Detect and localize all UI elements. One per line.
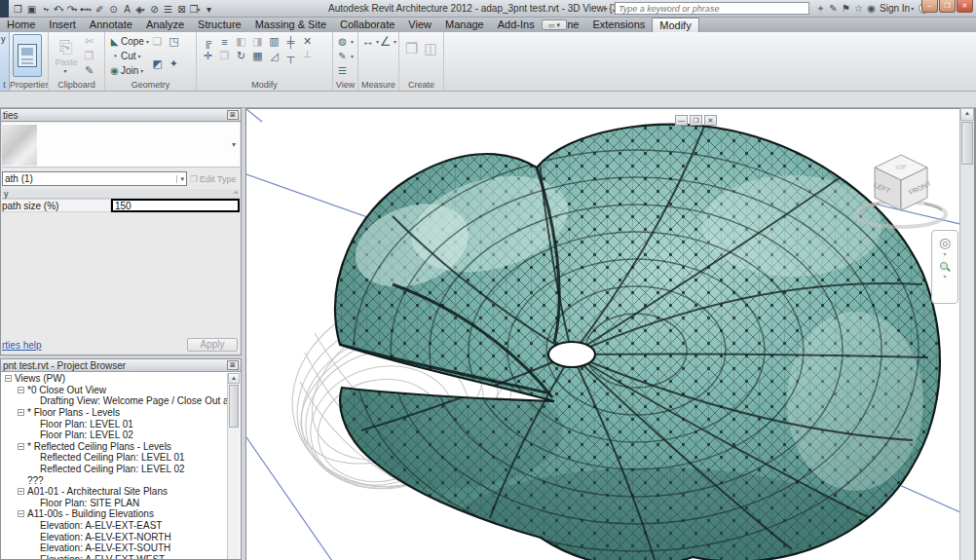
- group-collapse-icon[interactable]: ^: [234, 189, 238, 198]
- tree-item[interactable]: − * Floor Plans - Levels: [2, 407, 227, 419]
- unpin-icon[interactable]: ┴: [299, 49, 316, 63]
- tree-expander-icon[interactable]: −: [5, 375, 12, 382]
- array-icon[interactable]: ▦: [249, 49, 266, 63]
- switch-windows-button[interactable]: ❐▾: [189, 2, 202, 17]
- project-browser-titlebar[interactable]: pnt test.rvt - Project Browser ⊠: [1, 359, 241, 372]
- delete-icon[interactable]: ✕: [299, 34, 316, 49]
- tree-expander-icon[interactable]: −: [18, 443, 24, 450]
- ribbon-tab[interactable]: Add-Ins: [491, 18, 542, 32]
- scroll-up-icon[interactable]: ▲: [228, 373, 240, 384]
- split-element-icon[interactable]: ▥: [266, 34, 282, 49]
- tree-item[interactable]: Elevation: A-ELV-EXT-SOUTH: [2, 542, 227, 554]
- subscription-center-icon[interactable]: ✎: [827, 2, 840, 16]
- mirror-pick-axis-icon[interactable]: ◧: [233, 34, 249, 49]
- tree-item[interactable]: − * Reflected Ceiling Plans - Levels: [2, 441, 227, 453]
- window-minimize-button[interactable]: –: [921, 0, 938, 13]
- browser-vertical-scrollbar[interactable]: ▲: [227, 373, 240, 559]
- tree-item[interactable]: Reflected Ceiling Plan: LEVEL 01: [2, 452, 227, 464]
- tree-item[interactable]: ???: [2, 474, 227, 486]
- tree-item[interactable]: − A01-01 - Architectural Site Plans: [2, 486, 227, 498]
- paste-button[interactable]: ⎘ Paste ▾: [52, 34, 81, 77]
- match-type-icon[interactable]: ✎: [81, 63, 97, 78]
- ribbon-tab[interactable]: Structure: [191, 18, 248, 32]
- parameter-group-header[interactable]: y ^: [2, 189, 240, 199]
- ribbon-tab[interactable]: Collaborate: [333, 18, 401, 32]
- trim-extend-icon[interactable]: ╪: [282, 34, 299, 49]
- ribbon-tab[interactable]: Analyze: [139, 18, 191, 32]
- drawing-area-3d-view[interactable]: — ❐ ✕ TOP LEFT FRONT ◎ ▾ ▾: [245, 108, 959, 560]
- tree-item[interactable]: Drafting View: Welcome Page / Close Out …: [2, 395, 227, 407]
- cut-to-clipboard-icon[interactable]: ✄: [81, 34, 97, 49]
- select-panel-partial[interactable]: y t: [0, 32, 10, 91]
- properties-close-icon[interactable]: ⊠: [227, 110, 239, 120]
- sign-in-button[interactable]: Sign In: [880, 3, 910, 14]
- save-button[interactable]: ▣: [25, 2, 38, 17]
- view-tool-button[interactable]: ☰: [336, 63, 355, 78]
- ribbon-tab[interactable]: Annotate: [83, 18, 139, 32]
- default-3d-view-button[interactable]: ◈▾: [134, 2, 147, 17]
- ribbon-tab[interactable]: View: [401, 18, 438, 32]
- geometry-tool-button[interactable]: ◣ Cope ▾: [108, 34, 149, 49]
- scale-icon[interactable]: ◿: [266, 49, 282, 63]
- type-selector-dropdown-icon[interactable]: ▾: [176, 175, 184, 183]
- measure-button[interactable]: ⊷▾: [80, 2, 93, 17]
- section-button[interactable]: ⊘: [148, 2, 161, 17]
- measure-tool-button[interactable]: ∠ ▾: [379, 34, 396, 49]
- tree-expander-icon[interactable]: −: [18, 409, 24, 416]
- mirror-draw-axis-icon[interactable]: ◨: [249, 34, 266, 49]
- tree-item[interactable]: Floor Plan: SITE PLAN: [2, 498, 227, 509]
- project-browser-close-icon[interactable]: ⊠: [227, 360, 239, 370]
- tree-item[interactable]: Elevation: A-ELV-EXT-NORTH: [2, 531, 227, 542]
- canvas-vertical-scrollbar[interactable]: ▲: [959, 108, 974, 560]
- application-menu-button-partial[interactable]: [0, 0, 9, 18]
- aligned-dimension-button[interactable]: ✐: [94, 2, 106, 17]
- geometry-tool-button[interactable]: ◉ Join ▾: [108, 63, 149, 78]
- tree-item[interactable]: Reflected Ceiling Plan: LEVEL 02: [2, 464, 227, 475]
- rotate-icon[interactable]: ↻: [233, 49, 249, 63]
- infocenter-expander-icon[interactable]: ▸: [604, 4, 608, 13]
- close-hidden-windows-button[interactable]: ⊠: [175, 2, 188, 17]
- customize-qat-button[interactable]: ▾: [203, 2, 215, 17]
- minimize-ribbon-button[interactable]: ▭ ▾: [542, 19, 567, 30]
- copy-icon[interactable]: ❐: [216, 49, 233, 63]
- apply-coping-icon[interactable]: ❏: [149, 34, 166, 49]
- measure-tool-button[interactable]: ↔ ▾: [361, 34, 379, 49]
- edit-type-button[interactable]: ❐ Edit Type: [190, 171, 241, 186]
- canvas-scrollbar-thumb[interactable]: [961, 122, 973, 165]
- text-button[interactable]: A: [121, 2, 133, 17]
- properties-palette-titlebar[interactable]: ties ⊠: [1, 109, 241, 122]
- properties-toggle-button[interactable]: [13, 34, 42, 77]
- tree-expander-icon[interactable]: −: [18, 488, 24, 495]
- window-maximize-button[interactable]: ❐: [939, 0, 956, 13]
- favorites-icon[interactable]: ☆: [852, 2, 865, 16]
- parameter-value-input[interactable]: 150: [111, 199, 240, 212]
- thin-lines-button[interactable]: ☰: [162, 2, 174, 17]
- open-button[interactable]: ❒: [12, 2, 24, 17]
- scroll-up-icon[interactable]: ▲: [960, 108, 974, 121]
- undo-button[interactable]: ↶▾: [53, 2, 65, 17]
- ribbon-tab[interactable]: Manage: [438, 18, 491, 32]
- pin-icon[interactable]: ┬: [282, 49, 299, 63]
- paste-dropdown-icon[interactable]: ▾: [63, 67, 66, 74]
- ribbon-tab[interactable]: Modify: [652, 18, 698, 32]
- steering-wheel-icon[interactable]: ◎: [939, 236, 951, 250]
- tree-item[interactable]: Elevation: A-ELV-EXT-EAST: [2, 520, 227, 532]
- align-icon[interactable]: ╔: [200, 34, 216, 49]
- ribbon-tab[interactable]: Massing & Site: [248, 18, 333, 32]
- offset-icon[interactable]: ≡: [216, 34, 233, 49]
- view-restore-button[interactable]: ❐: [690, 115, 702, 126]
- communication-center-icon[interactable]: ⚑: [840, 2, 852, 16]
- tree-item[interactable]: − A11-00s - Building Elevations: [2, 508, 227, 520]
- infocenter-search-input[interactable]: [615, 2, 809, 15]
- tag-by-category-button[interactable]: ⊙: [107, 2, 120, 17]
- demolish-icon[interactable]: ✦: [166, 56, 182, 71]
- sync-with-central-button[interactable]: ◔▾: [39, 2, 52, 17]
- steering-wheel-dropdown-icon[interactable]: ▾: [943, 250, 946, 258]
- preview-dropdown-icon[interactable]: ▾: [232, 140, 236, 149]
- zoom-dropdown-icon[interactable]: ▾: [943, 273, 946, 280]
- tree-expander-icon[interactable]: −: [18, 510, 24, 517]
- move-icon[interactable]: ✛: [200, 49, 216, 63]
- paint-icon[interactable]: ◩: [149, 56, 166, 71]
- create-similar-icon[interactable]: ◫: [422, 34, 441, 63]
- zoom-icon[interactable]: [940, 262, 951, 273]
